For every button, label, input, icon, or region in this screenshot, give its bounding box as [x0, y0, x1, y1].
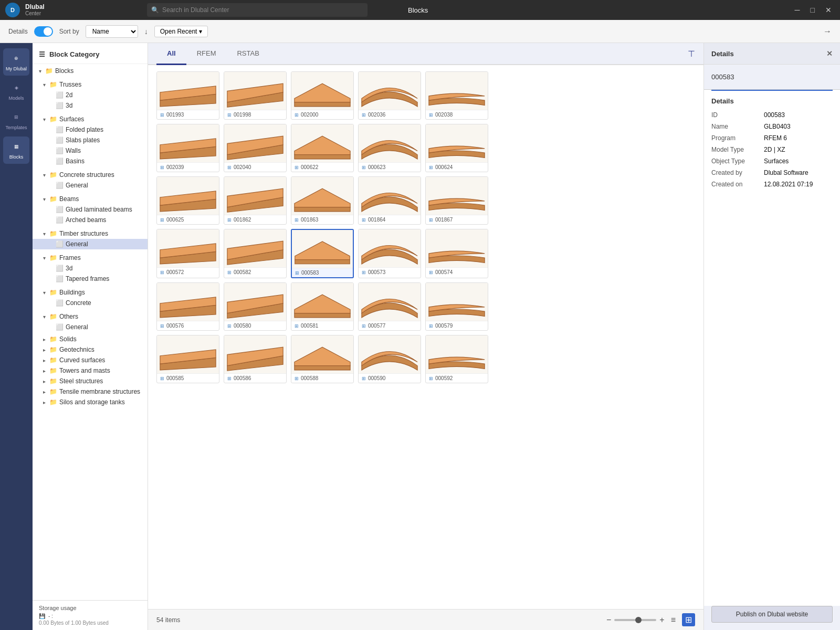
- block-type-icon: ⊞: [160, 165, 164, 170]
- publish-button[interactable]: Publish on Dlubal website: [711, 606, 833, 623]
- tree-row-steel-structures[interactable]: ▸ 📁 Steel structures: [33, 376, 148, 386]
- tree-row-buildings-concrete[interactable]: ⬜ Concrete: [33, 298, 148, 308]
- tree-row-others[interactable]: ▾ 📁 Others: [33, 311, 148, 322]
- zoom-slider[interactable]: [614, 619, 656, 621]
- grid-item[interactable]: ⊞ 002040: [224, 124, 287, 172]
- tree-row-others-general[interactable]: ⬜ General: [33, 322, 148, 332]
- grid-item[interactable]: ⊞ 002039: [156, 124, 219, 172]
- zoom-in-button[interactable]: +: [659, 615, 664, 625]
- grid-item[interactable]: ⊞ 000576: [156, 282, 219, 331]
- sidebar-item-blocks[interactable]: ▦ Blocks: [3, 136, 29, 164]
- tree-row-buildings[interactable]: ▾ 📁 Buildings: [33, 287, 148, 298]
- grid-item[interactable]: ⊞ 001867: [425, 176, 488, 225]
- tab-all[interactable]: All: [156, 43, 186, 65]
- grid-thumbnail: [291, 72, 353, 110]
- tree-row-tensile[interactable]: ▸ 📁 Tensile membrane structures: [33, 386, 148, 397]
- maximize-button[interactable]: □: [807, 5, 818, 15]
- tree-row-blocks[interactable]: ▾ 📁 Blocks: [33, 66, 148, 76]
- sort-direction-button[interactable]: ↓: [144, 27, 148, 36]
- grid-item[interactable]: ⊞ 000581: [291, 282, 354, 331]
- tree-row-folded-plates[interactable]: ⬜ Folded plates: [33, 124, 148, 135]
- grid-item[interactable]: ⊞ 001863: [291, 176, 354, 225]
- open-recent-button[interactable]: Open Recent ▾: [154, 26, 208, 37]
- details-close-button[interactable]: ✕: [826, 49, 833, 58]
- close-button[interactable]: ✕: [822, 5, 835, 15]
- minimize-button[interactable]: ─: [792, 5, 803, 15]
- grid-item[interactable]: ⊞ 000574: [425, 229, 488, 278]
- grid-item[interactable]: ⊞ 000583: [291, 229, 354, 278]
- tree-row-basins[interactable]: ⬜ Basins: [33, 156, 148, 166]
- tree-row-3d[interactable]: ⬜ 3d: [33, 100, 148, 111]
- grid-item[interactable]: ⊞ 000623: [358, 124, 421, 172]
- tree-row-walls[interactable]: ⬜ Walls: [33, 145, 148, 156]
- grid-item[interactable]: ⊞ 000586: [224, 335, 287, 383]
- grid-item[interactable]: ⊞ 002036: [358, 71, 421, 120]
- tab-rfem[interactable]: RFEM: [186, 43, 227, 65]
- tree-row-curved-surfaces[interactable]: ▸ 📁 Curved surfaces: [33, 355, 148, 365]
- tree-row-concrete[interactable]: ▾ 📁 Concrete structures: [33, 170, 148, 180]
- grid-item[interactable]: ⊞ 000573: [358, 229, 421, 278]
- view-grid-button[interactable]: ⊞: [682, 613, 695, 626]
- sort-select[interactable]: Name Date ID: [86, 25, 138, 38]
- grid-item[interactable]: ⊞ 000588: [291, 335, 354, 383]
- grid-item[interactable]: ⊞ 000625: [156, 176, 219, 225]
- sidebar-item-models[interactable]: ◈ Models: [3, 78, 29, 105]
- block-type-icon: ⊞: [295, 323, 299, 329]
- grid-item-id: 000577: [368, 323, 385, 329]
- nav-forward-button[interactable]: →: [214, 27, 832, 36]
- grid-item[interactable]: ⊞ 001862: [224, 176, 287, 225]
- tree-row-silos[interactable]: ▸ 📁 Silos and storage tanks: [33, 397, 148, 407]
- tree-row-glued-beams[interactable]: ⬜ Glued laminated beams: [33, 204, 148, 215]
- tree-row-concrete-general[interactable]: ⬜ General: [33, 180, 148, 191]
- grid-item[interactable]: ⊞ 000580: [224, 282, 287, 331]
- grid-item[interactable]: ⊞ 001864: [358, 176, 421, 225]
- grid-label: ⊞ 000573: [359, 267, 421, 277]
- tree-row-timber[interactable]: ▾ 📁 Timber structures: [33, 228, 148, 239]
- tree-row-beams[interactable]: ▾ 📁 Beams: [33, 194, 148, 204]
- grid-item[interactable]: ⊞ 000622: [291, 124, 354, 172]
- tree-row-surfaces[interactable]: ▾ 📁 Surfaces: [33, 114, 148, 124]
- grid-item[interactable]: ⊞ 000592: [425, 335, 488, 383]
- tree-row-solids[interactable]: ▸ 📁 Solids: [33, 334, 148, 344]
- sidebar-item-templates[interactable]: ⊞ Templates: [3, 107, 29, 134]
- tree-row-timber-general[interactable]: ⬜ General: [33, 239, 148, 249]
- filter-icon[interactable]: ⊤: [688, 49, 695, 59]
- zoom-out-button[interactable]: −: [606, 615, 611, 625]
- block-category-icon: ☰: [39, 50, 45, 58]
- view-list-button[interactable]: ≡: [668, 614, 679, 626]
- grid-item[interactable]: ⊞ 002038: [425, 71, 488, 120]
- grid-item[interactable]: ⊞ 000582: [224, 229, 287, 278]
- tree-row-tapered[interactable]: ⬜ Tapered frames: [33, 274, 148, 284]
- search-bar[interactable]: 🔍: [147, 3, 368, 17]
- tree-row-2d[interactable]: ⬜ 2d: [33, 90, 148, 100]
- grid-thumbnail: [359, 283, 421, 321]
- grid-item[interactable]: ⊞ 000590: [358, 335, 421, 383]
- grid-item[interactable]: ⊞ 001993: [156, 71, 219, 120]
- tree-row-trusses[interactable]: ▾ 📁 Trusses: [33, 79, 148, 90]
- grid-item[interactable]: ⊞ 000624: [425, 124, 488, 172]
- grid-item[interactable]: ⊞ 000585: [156, 335, 219, 383]
- grid-item[interactable]: ⊞ 001998: [224, 71, 287, 120]
- grid-label: ⊞ 000572: [157, 267, 219, 277]
- grid-item-id: 001867: [435, 217, 453, 223]
- block-icon-slabs: ⬜: [56, 136, 64, 144]
- grid-item[interactable]: ⊞ 000577: [358, 282, 421, 331]
- grid-item[interactable]: ⊞ 000579: [425, 282, 488, 331]
- search-input[interactable]: [162, 3, 363, 17]
- details-id-area: 000583: [704, 65, 840, 90]
- grid-label: ⊞ 000588: [291, 373, 353, 383]
- block-type-icon: ⊞: [160, 323, 164, 329]
- block-type-icon: ⊞: [429, 217, 433, 223]
- tree-row-arched-beams[interactable]: ⬜ Arched beams: [33, 215, 148, 225]
- tree-row-slabs-plates[interactable]: ⬜ Slabs plates: [33, 135, 148, 145]
- sidebar-item-my-dlubal[interactable]: ⊕ My Dlubal: [3, 48, 29, 76]
- block-type-icon: ⊞: [227, 165, 232, 170]
- tree-row-towers-masts[interactable]: ▸ 📁 Towers and masts: [33, 365, 148, 376]
- tree-row-geotechnics[interactable]: ▸ 📁 Geotechnics: [33, 344, 148, 355]
- details-toggle[interactable]: [34, 26, 53, 37]
- grid-item[interactable]: ⊞ 002000: [291, 71, 354, 120]
- tree-row-frames[interactable]: ▾ 📁 Frames: [33, 253, 148, 263]
- tab-rstab[interactable]: RSTAB: [226, 43, 269, 65]
- tree-row-frames-3d[interactable]: ⬜ 3d: [33, 263, 148, 274]
- grid-item[interactable]: ⊞ 000572: [156, 229, 219, 278]
